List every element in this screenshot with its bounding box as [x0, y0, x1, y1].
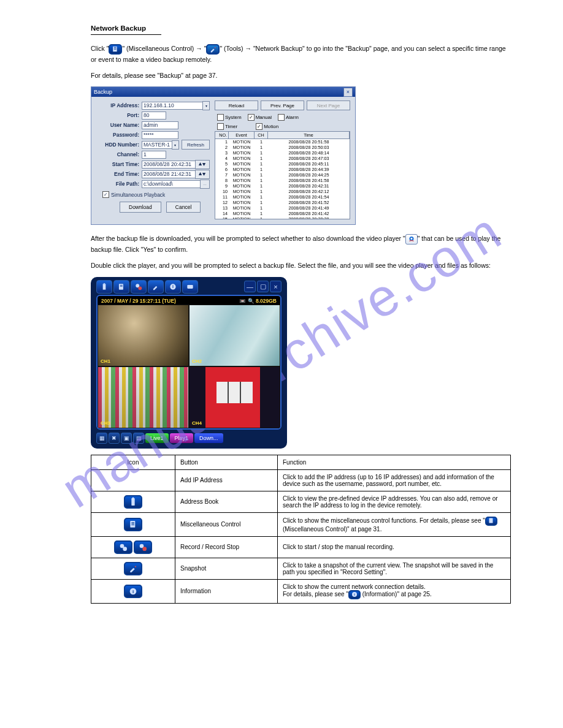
minimize-icon[interactable]: — [244, 281, 256, 292]
label-hdd: HDD Number: [96, 142, 142, 148]
table-row[interactable]: 7MOTION12008/08/28 20:44:25 [215, 172, 350, 178]
misc-control-icon[interactable] [131, 280, 147, 294]
table-row[interactable]: 11MOTION12008/08/28 20:41:54 [215, 194, 350, 200]
close-icon[interactable]: × [270, 281, 282, 292]
svg-rect-9 [120, 285, 123, 286]
channel-3[interactable]: CH3 [98, 366, 189, 428]
snapshot-icon[interactable] [148, 280, 164, 294]
channel-2[interactable]: CH2 [189, 305, 280, 366]
player-prompt-paragraph: Double click the player, and you will be… [91, 260, 511, 270]
svg-rect-22 [489, 518, 492, 523]
info-icon: i [124, 585, 142, 598]
layout-icon[interactable]: ▤ [133, 433, 144, 444]
table-row[interactable]: 1MOTION12008/08/28 20:51:58 [215, 139, 350, 145]
filter-label: Manual [256, 115, 272, 120]
add-device-icon[interactable] [96, 280, 112, 294]
player-app-icon [405, 234, 418, 245]
password-field[interactable]: ***** [142, 131, 178, 139]
feature-table: Icon Button Function Add IP Address Clic… [91, 455, 511, 604]
channel-4[interactable]: CH4 [189, 366, 280, 428]
table-row[interactable]: 12MOTION12008/08/28 20:41:52 [215, 200, 350, 205]
label-port: Port: [96, 112, 142, 118]
table-row[interactable]: 2MOTION12008/08/28 20:50:03 [215, 145, 350, 150]
table-row[interactable]: 5MOTION12008/08/28 20:45:11 [215, 161, 350, 167]
close-icon[interactable]: × [343, 88, 353, 97]
info-icon-inline: i [348, 590, 361, 599]
svg-rect-19 [131, 522, 134, 523]
reload-button[interactable]: Reload [215, 100, 258, 110]
table-row[interactable]: 6MOTION12008/08/28 20:44:39 [215, 167, 350, 172]
table-row[interactable]: 8MOTION12008/08/28 20:41:58 [215, 178, 350, 183]
overlay-timestamp: 2007 / MAY / 29 15:27:11 (TUE) [101, 298, 176, 304]
table-row[interactable]: 13MOTION12008/08/28 20:41:49 [215, 205, 350, 211]
player-toolbar: i — ▢ × [93, 279, 285, 295]
cancel-button[interactable]: Cancel [166, 202, 201, 213]
event-table[interactable]: NO. Event CH Time 1MOTION12008/08/28 20:… [215, 131, 350, 219]
fullscreen-icon[interactable]: ▣ [121, 433, 132, 444]
maximize-icon[interactable]: ▢ [257, 281, 269, 292]
col-time: Time [268, 132, 350, 138]
end-time-field[interactable]: 2008/08/28 21:42:31 [142, 170, 196, 178]
browse-button[interactable]: … [200, 180, 210, 189]
channel-1[interactable]: CH1 [98, 305, 189, 366]
live-tab[interactable]: Live1 [145, 433, 169, 443]
player-bottom-bar: ▦ ✖ ▣ ▤ Live1 Play1 Down... [93, 430, 285, 447]
play-tab[interactable]: Play1 [170, 433, 194, 443]
label-channel: Channel: [96, 151, 142, 157]
table-row: i Information Click to show the current … [91, 579, 511, 603]
channel-field[interactable]: 1 [142, 151, 166, 159]
cell-button: Add IP Address [175, 469, 278, 491]
table-row[interactable]: 15MOTION12008/08/28 20:28:28 [215, 216, 350, 219]
end-spinner[interactable]: ⯅⯆ [195, 170, 210, 179]
details-ref-paragraph: For details, please see "Backup" at page… [91, 70, 511, 80]
text: (Information)" at page 25. [361, 591, 432, 597]
hdd-field[interactable]: MASTER-1 [142, 141, 172, 149]
info-icon[interactable]: i [165, 280, 181, 294]
address-book-icon[interactable] [113, 280, 129, 294]
text: Click to show the miscellaneous control … [283, 517, 485, 524]
heading-underline [91, 34, 161, 35]
text: (Miscellaneous Control)" at page 31. [283, 526, 381, 533]
filter-label: Alarm [286, 115, 299, 120]
table-row[interactable]: 3MOTION12008/08/28 20:48:14 [215, 150, 350, 156]
simul-checkbox[interactable]: ✓ [102, 191, 109, 198]
start-time-field[interactable]: 2008/08/28 20:42:31 [142, 161, 196, 169]
cell-button: Snapshot [175, 558, 278, 579]
table-row[interactable]: 9MOTION12008/08/28 20:42:31 [215, 183, 350, 189]
timer-checkbox[interactable] [217, 123, 224, 130]
refresh-button[interactable]: Refresh [182, 140, 210, 150]
ip-dropdown[interactable]: ▾ [202, 101, 210, 110]
system-checkbox[interactable] [217, 114, 224, 121]
manual-checkbox[interactable]: ✓ [248, 114, 255, 121]
grid-icon[interactable]: ▦ [96, 433, 107, 444]
hdd-dropdown[interactable]: ▾ [172, 140, 179, 150]
port-field[interactable]: 80 [142, 112, 166, 119]
table-row[interactable]: 4MOTION12008/08/28 20:47:03 [215, 156, 350, 161]
alarm-checkbox[interactable] [278, 114, 285, 121]
next-page-button[interactable]: Next Page [307, 100, 350, 110]
dvr-control-icon[interactable] [182, 280, 198, 294]
table-row[interactable]: 10MOTION12008/08/28 20:42:12 [215, 189, 350, 194]
tools-icon [206, 44, 220, 55]
table-row: Miscellaneous Control Click to show the … [91, 512, 511, 536]
cell-function: Click to show the miscellaneous control … [278, 512, 511, 536]
path-field[interactable]: c:\download\ [142, 180, 201, 188]
svg-rect-7 [104, 283, 105, 284]
start-spinner[interactable]: ⯅⯆ [195, 160, 210, 169]
prev-page-button[interactable]: Prev. Page [261, 100, 304, 110]
close-all-icon[interactable]: ✖ [109, 433, 120, 444]
ip-field[interactable]: 192.168.1.10 [142, 102, 203, 110]
user-field[interactable]: admin [142, 121, 178, 129]
filter-label: Motion [264, 124, 278, 129]
svg-rect-18 [130, 521, 135, 528]
cell-function: Click to view the pre-defined device IP … [278, 491, 511, 512]
dialog-titlebar[interactable]: Backup × [91, 87, 355, 97]
motion-checkbox[interactable]: ✓ [256, 123, 262, 130]
download-tab[interactable]: Down... [194, 433, 223, 443]
svg-point-26 [143, 547, 147, 551]
download-button[interactable]: Download [120, 202, 161, 213]
svg-rect-3 [114, 49, 117, 50]
table-row[interactable]: 14MOTION12008/08/28 20:41:42 [215, 211, 350, 216]
video-player-window: i — ▢ × 2007 / MAY / 29 15:27:11 (TUE) 📼… [91, 277, 287, 449]
cell-function: Click to start / stop the manual recordi… [278, 536, 511, 558]
